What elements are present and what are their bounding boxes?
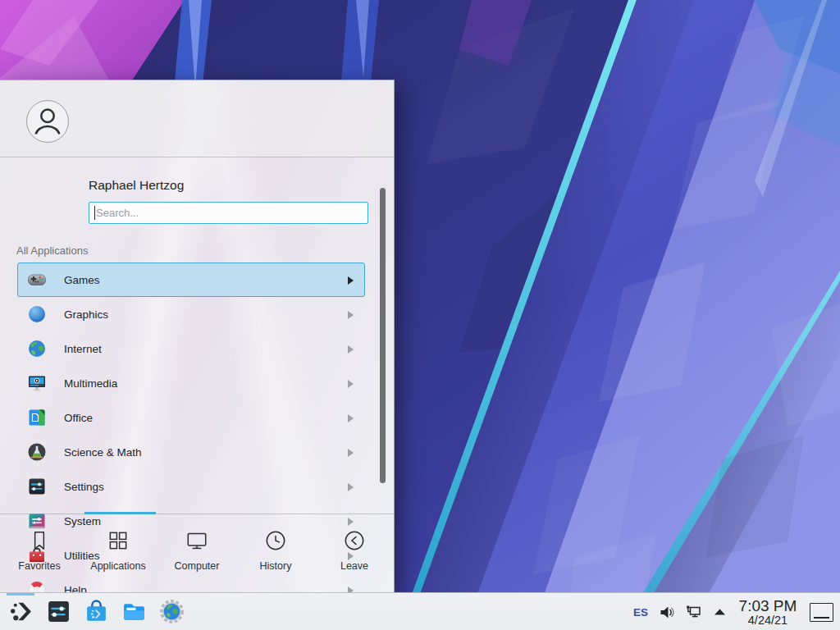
monitor-icon: [185, 528, 209, 553]
grid-icon: [106, 528, 130, 553]
submenu-arrow-icon: [348, 345, 354, 354]
file-manager-button[interactable]: [118, 593, 149, 630]
tab-leave[interactable]: Leave: [315, 514, 394, 593]
section-label: All Applications: [16, 244, 88, 257]
submenu-arrow-icon: [348, 276, 354, 285]
caret-up-icon: [711, 604, 728, 621]
clock-date: 4/24/21: [737, 614, 798, 627]
category-multimedia[interactable]: Multimedia: [17, 366, 365, 400]
launcher-tabbar: Favorites Applications C: [0, 514, 394, 593]
keyboard-layout-indicator[interactable]: ES: [633, 606, 648, 619]
taskbar-panel: ES: [0, 592, 840, 630]
network-icon: [685, 604, 702, 621]
science-icon: [27, 442, 47, 462]
submenu-arrow-icon: [348, 483, 354, 491]
expand-tray-button[interactable]: [711, 604, 728, 621]
category-internet[interactable]: Internet: [17, 331, 365, 366]
taskbar-apps: [5, 593, 187, 630]
active-task-indicator: [7, 593, 34, 596]
kde-launcher-icon: [8, 599, 34, 624]
submenu-arrow-icon: [348, 380, 354, 388]
text-cursor: [94, 206, 95, 220]
settings-icon: [27, 477, 47, 496]
search-field-wrap: [89, 202, 368, 224]
user-name: Raphael Hertzog: [89, 178, 184, 193]
help-icon: [27, 580, 47, 593]
volume-button[interactable]: [659, 604, 676, 621]
search-input[interactable]: [89, 202, 368, 224]
system-settings-button[interactable]: [43, 593, 74, 630]
desktop: Raphael Hertzog All Applications: [0, 0, 840, 630]
category-science-math[interactable]: Science & Math: [17, 435, 365, 469]
games-icon: [27, 270, 47, 290]
system-settings-icon: [46, 599, 71, 624]
multimedia-icon: [27, 373, 47, 393]
leave-icon: [342, 528, 367, 553]
globe-browser-icon: [159, 599, 185, 624]
discover-button[interactable]: [80, 593, 112, 630]
internet-icon: [27, 339, 47, 358]
user-icon: [27, 101, 68, 142]
network-button[interactable]: [685, 604, 702, 621]
folder-icon: [121, 599, 147, 624]
volume-icon: [659, 604, 676, 621]
discover-icon: [84, 599, 109, 624]
submenu-arrow-icon: [348, 414, 354, 422]
category-label: Games: [64, 274, 100, 286]
category-games[interactable]: Games: [17, 262, 365, 297]
utilities-icon: [27, 546, 47, 565]
scrollbar-thumb[interactable]: [380, 188, 386, 483]
category-office[interactable]: Office: [17, 400, 365, 435]
category-graphics[interactable]: Graphics: [17, 297, 365, 331]
tab-computer[interactable]: Computer: [158, 514, 236, 593]
tab-history[interactable]: History: [236, 514, 315, 593]
submenu-arrow-icon: [348, 449, 354, 457]
application-launcher-button[interactable]: [5, 593, 36, 630]
system-tray: ES: [633, 593, 840, 630]
clock-time: 7:03 PM: [737, 598, 798, 614]
application-launcher-popup: Raphael Hertzog All Applications: [0, 80, 395, 592]
system-icon: [27, 511, 47, 531]
digital-clock[interactable]: 7:03 PM 4/24/21: [737, 598, 798, 627]
clock-icon: [263, 528, 288, 553]
category-settings[interactable]: Settings: [17, 469, 365, 504]
submenu-arrow-icon: [348, 311, 354, 319]
web-browser-button[interactable]: [156, 593, 187, 630]
user-avatar[interactable]: [26, 100, 69, 143]
office-icon: [27, 408, 47, 427]
graphics-icon: [27, 304, 47, 324]
show-desktop-button[interactable]: [810, 603, 833, 622]
